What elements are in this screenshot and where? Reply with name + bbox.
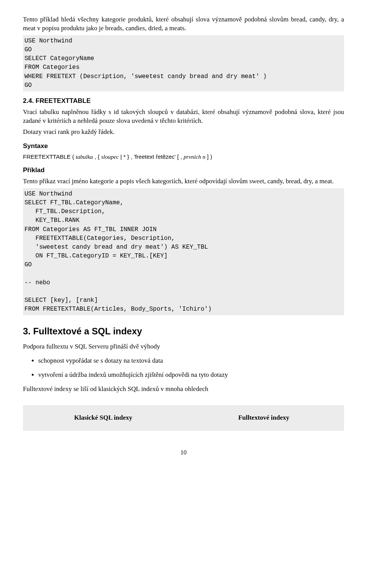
intro-paragraph: Tento příklad hledá všechny kategorie pr… <box>23 15 344 33</box>
section-3-paragraph-2: Fulltextové indexy se liší od klasických… <box>23 385 344 394</box>
heading-2-4: 2.4. FREETEXTTABLE <box>23 97 344 106</box>
list-item: vytvoření a údržba indexů umožňujících z… <box>38 371 344 380</box>
code-block-2: USE Northwind SELECT FT_TBL.CategoryName… <box>23 188 344 316</box>
section-3-paragraph-1: Podpora fulltextu v SQL Serveru přináší … <box>23 342 344 351</box>
syntax-arg-prvnich-n: prvních n <box>184 154 205 160</box>
priklad-paragraph: Tento příkaz vrací jméno kategorie a pop… <box>23 177 344 186</box>
syntax-line: FREETEXTTABLE ( tabulka , { sloupec | * … <box>23 153 344 161</box>
syntax-kw-4: ] ) <box>205 153 212 160</box>
section-2-4-paragraph-1: Vrací tabulku naplněnou řádky s id takov… <box>23 108 344 125</box>
table-header-row: Klasické SQL indexy Fulltextové indexy <box>23 405 344 431</box>
syntax-kw-1: FREETEXTTABLE ( <box>23 153 76 160</box>
col-header-classic: Klasické SQL indexy <box>23 414 184 422</box>
index-comparison-table: Klasické SQL indexy Fulltextové indexy <box>23 405 344 431</box>
advantages-list: schopnost vypořádat se s dotazy na texto… <box>23 357 344 380</box>
page-number: 10 <box>23 448 344 457</box>
heading-syntaxe: Syntaxe <box>23 142 344 151</box>
col-header-fulltext: Fulltextové indexy <box>184 414 344 422</box>
heading-section-3: 3. Fulltextové a SQL indexy <box>23 325 344 337</box>
section-2-4-paragraph-2: Dotazy vrací rank pro každý řádek. <box>23 128 344 137</box>
code-block-1: USE Northwind GO SELECT CategoryName FRO… <box>23 35 344 91</box>
list-item: schopnost vypořádat se s dotazy na texto… <box>38 357 344 365</box>
syntax-arg-sloupec: sloupec <box>101 154 119 160</box>
syntax-arg-tabulka: tabulka <box>76 154 93 160</box>
heading-priklad: Příklad <box>23 166 344 175</box>
syntax-kw-2: , { <box>93 153 101 160</box>
syntax-kw-3: | * } , 'freetext řetězec' [ , <box>119 153 184 160</box>
